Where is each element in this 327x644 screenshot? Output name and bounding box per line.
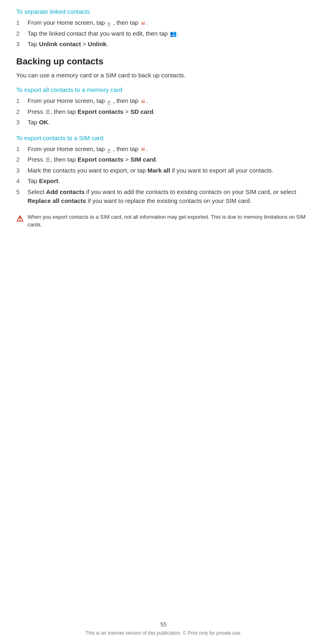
menu-icon-2: ☰ bbox=[45, 156, 50, 164]
menu-icon-1: ☰ bbox=[45, 108, 50, 116]
contacts-icon-4: ☠ bbox=[141, 145, 146, 154]
separate-step-1: 1 From your Home screen, tap , then tap … bbox=[16, 18, 311, 28]
apps-grid-icon-3 bbox=[107, 147, 113, 152]
sim-card-step-1: 1 From your Home screen, tap , then tap … bbox=[16, 145, 311, 154]
sim-card-link: To export contacts to a SIM card bbox=[16, 134, 311, 141]
page-number: 55 bbox=[0, 621, 327, 628]
memory-card-step-2: 2 Press ☰, then tap Export contacts > SD… bbox=[16, 107, 311, 117]
contacts-icon-3: ☠ bbox=[141, 97, 146, 106]
contacts-icon-1: ☠ bbox=[141, 19, 146, 28]
memory-card-steps-list: 1 From your Home screen, tap , then tap … bbox=[16, 96, 311, 127]
contacts-icon-2: 👥 bbox=[170, 30, 177, 38]
separate-step-3: 3 Tap Unlink contact > Unlink. bbox=[16, 40, 311, 49]
backing-up-heading: Backing up contacts bbox=[16, 56, 311, 67]
footer-text: This is an Internet version of this publ… bbox=[0, 630, 327, 636]
separate-step-2: 2 Tap the linked contact that you want t… bbox=[16, 29, 311, 38]
memory-card-step-3: 3 Tap OK. bbox=[16, 118, 311, 127]
page-content: To separate linked contacts 1 From your … bbox=[0, 0, 327, 261]
memory-card-step-1: 1 From your Home screen, tap , then tap … bbox=[16, 96, 311, 106]
sim-card-step-5: 5 Select Add contacts if you want to add… bbox=[16, 188, 311, 206]
separate-contacts-link: To separate linked contacts bbox=[16, 8, 311, 15]
apps-grid-icon bbox=[107, 20, 113, 26]
backing-up-intro: You can use a memory card or a SIM card … bbox=[16, 71, 311, 80]
warning-icon: ⚠ bbox=[16, 213, 24, 224]
separate-steps-list: 1 From your Home screen, tap , then tap … bbox=[16, 18, 311, 49]
sim-card-steps-list: 1 From your Home screen, tap , then tap … bbox=[16, 145, 311, 206]
sim-card-step-4: 4 Tap Export. bbox=[16, 177, 311, 186]
page-footer: 55 This is an Internet version of this p… bbox=[0, 621, 327, 636]
warning-text: When you export contacts to a SIM card, … bbox=[28, 213, 311, 229]
apps-grid-icon-2 bbox=[107, 98, 113, 104]
memory-card-link: To export all contacts to a memory card bbox=[16, 86, 311, 93]
warning-box: ⚠ When you export contacts to a SIM card… bbox=[16, 213, 311, 229]
sim-card-step-2: 2 Press ☰, then tap Export contacts > SI… bbox=[16, 155, 311, 164]
sim-card-step-3: 3 Mark the contacts you want to export, … bbox=[16, 166, 311, 175]
